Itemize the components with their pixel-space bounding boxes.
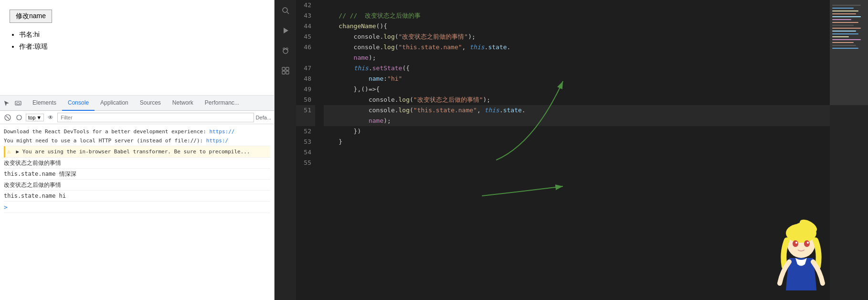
console-toolbar: top ▼ 👁 Defa... <box>0 111 274 124</box>
console-msg-state-after: this.state.name hi <box>4 191 270 202</box>
svg-point-9 <box>283 48 285 50</box>
extensions-icon[interactable] <box>279 64 292 77</box>
code-line-45: console.log("改变状态之前做的事情"); <box>324 32 830 42</box>
browser-preview: 修改name 书名:hi 作者:琼瑶 <box>0 0 274 96</box>
svg-line-6 <box>287 12 289 14</box>
svg-rect-33 <box>830 0 868 105</box>
line-num-43: 43 <box>296 11 315 21</box>
console-msg-react-devtools: Download the React DevTools for a better… <box>4 126 270 146</box>
svg-rect-14 <box>282 71 285 74</box>
tab-sources[interactable]: Sources <box>134 96 167 111</box>
line-num-55: 55 <box>296 158 315 168</box>
code-line-44: changeName(){ <box>324 21 830 32</box>
line-numbers: 42 43 44 45 46 46 47 48 49 50 51 51 52 5… <box>296 0 319 300</box>
book-author: 作者:琼瑶 <box>19 41 265 53</box>
warning-icon: ⚠ <box>7 148 11 155</box>
line-num-53: 53 <box>296 137 315 147</box>
line-num-46: 46 <box>296 42 315 53</box>
svg-line-3 <box>6 116 9 119</box>
line-num-45: 45 <box>296 32 315 42</box>
tab-performance[interactable]: Performanc... <box>199 96 245 111</box>
svg-point-41 <box>795 242 797 244</box>
tab-elements[interactable]: Elements <box>27 96 62 111</box>
code-line-43: // // 改变状态之后做的事 <box>324 11 830 21</box>
code-line-52: }) <box>324 126 830 137</box>
code-line-48: name:"hi" <box>324 74 830 84</box>
line-num-42: 42 <box>296 0 315 11</box>
line-num-54: 54 <box>296 147 315 158</box>
line-num-47: 47 <box>296 63 315 74</box>
svg-point-40 <box>804 240 810 247</box>
context-label: top <box>28 115 35 120</box>
svg-point-4 <box>17 115 21 120</box>
code-minimap <box>830 0 868 300</box>
code-line-51b: name); <box>324 116 830 126</box>
book-title: 书名:hi <box>19 29 265 41</box>
line-num-48: 48 <box>296 74 315 84</box>
tab-console[interactable]: Console <box>62 96 95 111</box>
svg-rect-15 <box>286 71 289 74</box>
svg-point-39 <box>793 240 798 247</box>
line-num-52: 52 <box>296 126 315 137</box>
code-line-51: console.log("this.state.name", this.stat… <box>324 105 830 116</box>
dropdown-arrow-icon: ▼ <box>36 115 42 120</box>
svg-rect-1 <box>17 103 20 105</box>
code-line-55 <box>324 158 830 168</box>
line-num-44: 44 <box>296 21 315 32</box>
clear-console-button[interactable] <box>3 113 12 122</box>
console-msg-before-state: 改变状态之前做的事情 <box>4 158 270 169</box>
line-num-49: 49 <box>296 84 315 95</box>
console-output: Download the React DevTools for a better… <box>0 124 274 300</box>
devtools-tabs-bar: Elements Console Application Sources Net… <box>0 96 274 111</box>
code-line-54 <box>324 147 830 158</box>
svg-point-10 <box>286 48 288 50</box>
filter-icon[interactable] <box>14 113 24 122</box>
code-line-53: } <box>324 137 830 147</box>
context-dropdown[interactable]: top ▼ <box>26 114 44 121</box>
svg-rect-13 <box>286 67 289 70</box>
line-num-51b: 51 <box>296 116 315 126</box>
code-line-42 <box>324 0 830 11</box>
modify-name-button[interactable]: 修改name <box>10 10 52 23</box>
code-line-50: console.log("改变状态之后做的事情"); <box>324 95 830 105</box>
svg-rect-12 <box>282 67 285 70</box>
eye-icon[interactable]: 👁 <box>46 113 55 122</box>
tab-application[interactable]: Application <box>95 96 134 111</box>
default-levels-label: Defa... <box>256 115 271 120</box>
left-panel: 修改name 书名:hi 作者:琼瑶 <box>0 0 275 300</box>
code-line-46: console.log("this.state.name", this.stat… <box>324 42 830 53</box>
comment-43: // // 改变状态之后做的事 <box>324 11 421 21</box>
devtools-panel: Elements Console Application Sources Net… <box>0 96 274 300</box>
code-line-47: this.setState({ <box>324 63 830 74</box>
svg-point-42 <box>807 242 809 244</box>
line-num-50: 50 <box>296 95 315 105</box>
debug-icon[interactable] <box>279 44 292 57</box>
fn-changeName: changeName <box>324 21 376 32</box>
tab-network[interactable]: Network <box>167 96 199 111</box>
run-icon[interactable] <box>279 24 292 37</box>
svg-point-5 <box>283 8 287 12</box>
console-prompt-icon: > <box>4 204 8 211</box>
console-prompt-line[interactable]: > <box>4 202 270 214</box>
code-editor: 42 43 44 45 46 46 47 48 49 50 51 51 52 5… <box>296 0 868 300</box>
devtools-icon-group <box>2 98 23 108</box>
line-num-46b: 46 <box>296 53 315 63</box>
line-num-51: 51 <box>296 105 315 116</box>
book-info-list: 书名:hi 作者:琼瑶 <box>10 29 265 53</box>
console-msg-state-before: this.state.name 情深深 <box>4 169 270 180</box>
code-line-49: },()=>{ <box>324 84 830 95</box>
code-line-46b: name); <box>324 53 830 63</box>
console-msg-babel-warning: ⚠ ▶ You are using the in-browser Babel t… <box>4 146 270 158</box>
editor-activity-bar <box>275 0 296 300</box>
console-msg-after-state: 改变状态之后做的事情 <box>4 180 270 191</box>
svg-marker-7 <box>284 28 288 33</box>
svg-point-38 <box>786 224 816 243</box>
search-icon[interactable] <box>279 4 292 17</box>
responsive-icon[interactable] <box>13 98 23 108</box>
console-filter-input[interactable] <box>57 113 254 122</box>
cursor-icon[interactable] <box>2 98 11 108</box>
anime-character <box>753 214 830 300</box>
